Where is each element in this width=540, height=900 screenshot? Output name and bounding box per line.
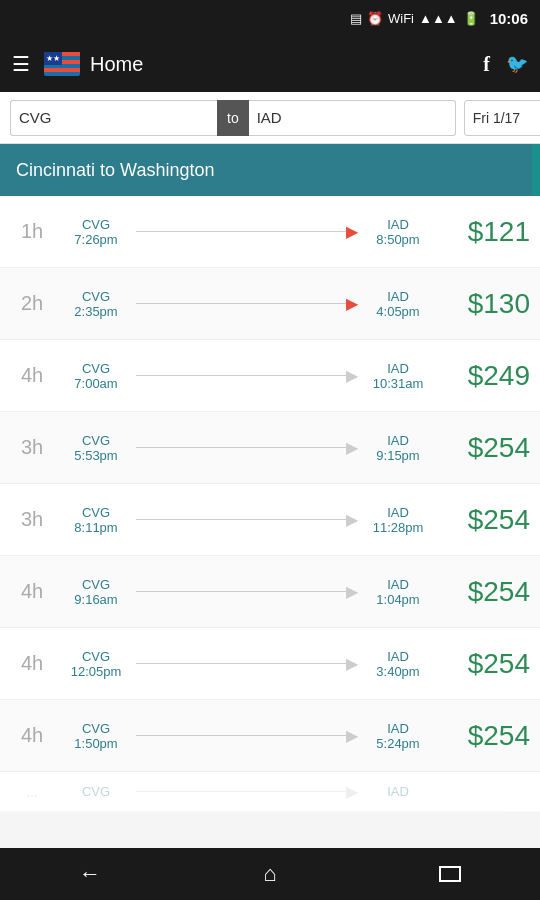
flight-duration: 1h: [10, 220, 54, 243]
flight-route: CVG 8:11pm ▶ IAD 11:28pm: [54, 505, 440, 535]
flight-dest: IAD 3:40pm: [364, 649, 432, 679]
flight-dest: IAD 11:28pm: [364, 505, 432, 535]
flight-arrow: ▶: [136, 366, 358, 385]
flight-route: CVG 9:16am ▶ IAD 1:04pm: [54, 577, 440, 607]
flight-dest: IAD 5:24pm: [364, 721, 432, 751]
flight-row[interactable]: 3h CVG 5:53pm ▶ IAD 9:15pm $254: [0, 412, 540, 484]
flight-row-partial[interactable]: ... CVG ▶ IAD: [0, 772, 540, 812]
flight-duration: 4h: [10, 580, 54, 603]
flight-arrow: ▶: [136, 582, 358, 601]
flight-duration: ...: [10, 784, 54, 800]
status-icons: ▤ ⏰ WiFi ▲▲▲ 🔋 10:06: [350, 10, 528, 27]
flight-arrow: ▶: [136, 222, 358, 241]
status-time: 10:06: [490, 10, 528, 27]
to-label: to: [217, 100, 249, 136]
flight-price: $130: [440, 288, 530, 320]
origin-input[interactable]: [10, 100, 217, 136]
flight-price: $254: [440, 576, 530, 608]
search-bar: to: [0, 92, 540, 144]
flight-dest: IAD: [364, 784, 432, 799]
social-links: f 🐦: [483, 53, 528, 76]
header-accent: [532, 144, 540, 196]
flight-row[interactable]: 1h CVG 7:26pm ▶ IAD 8:50pm $121: [0, 196, 540, 268]
flight-row[interactable]: 3h CVG 8:11pm ▶ IAD 11:28pm $254: [0, 484, 540, 556]
signal-icon: ▲▲▲: [419, 11, 458, 26]
flight-duration: 4h: [10, 652, 54, 675]
battery-icon: 🔋: [463, 11, 479, 26]
flight-origin: CVG 8:11pm: [62, 505, 130, 535]
flight-route: CVG 2:35pm ▶ IAD 4:05pm: [54, 289, 440, 319]
flight-arrow: ▶: [136, 510, 358, 529]
flight-origin: CVG 1:50pm: [62, 721, 130, 751]
flight-route: CVG 5:53pm ▶ IAD 9:15pm: [54, 433, 440, 463]
sim-icon: ▤: [350, 11, 362, 26]
flight-origin: CVG 5:53pm: [62, 433, 130, 463]
flight-arrow: ▶: [136, 438, 358, 457]
flight-origin: CVG 2:35pm: [62, 289, 130, 319]
flight-origin: CVG 9:16am: [62, 577, 130, 607]
flight-row[interactable]: 4h CVG 1:50pm ▶ IAD 5:24pm $254: [0, 700, 540, 772]
flight-row[interactable]: 4h CVG 7:00am ▶ IAD 10:31am $249: [0, 340, 540, 412]
flight-arrow: ▶: [136, 782, 358, 801]
arrow-icon: ▶: [346, 366, 358, 385]
app-logo: ★★: [44, 50, 80, 78]
flight-dest: IAD 1:04pm: [364, 577, 432, 607]
flight-route: CVG 1:50pm ▶ IAD 5:24pm: [54, 721, 440, 751]
arrow-icon: ▶: [346, 438, 358, 457]
recents-icon: [439, 866, 461, 882]
flight-row[interactable]: 2h CVG 2:35pm ▶ IAD 4:05pm $130: [0, 268, 540, 340]
flight-arrow: ▶: [136, 654, 358, 673]
arrow-icon: ▶: [346, 726, 358, 745]
flight-price: $249: [440, 360, 530, 392]
route-title: Cincinnati to Washington: [16, 160, 214, 181]
flight-list: 1h CVG 7:26pm ▶ IAD 8:50pm $121 2h CVG 2…: [0, 196, 540, 812]
flight-duration: 4h: [10, 364, 54, 387]
destination-input[interactable]: [249, 100, 456, 136]
svg-rect-4: [44, 68, 80, 72]
recents-button[interactable]: [420, 854, 480, 894]
flight-price: $254: [440, 432, 530, 464]
wifi-icon: WiFi: [388, 11, 414, 26]
arrow-icon: ▶: [346, 222, 358, 241]
flight-price: $254: [440, 504, 530, 536]
flight-duration: 2h: [10, 292, 54, 315]
flight-duration: 3h: [10, 508, 54, 531]
flight-price: $121: [440, 216, 530, 248]
flight-row[interactable]: 4h CVG 12:05pm ▶ IAD 3:40pm $254: [0, 628, 540, 700]
flight-dest: IAD 4:05pm: [364, 289, 432, 319]
back-button[interactable]: ←: [60, 854, 120, 894]
menu-icon[interactable]: ☰: [12, 52, 30, 76]
flight-duration: 4h: [10, 724, 54, 747]
facebook-icon[interactable]: f: [483, 53, 490, 76]
route-header: Cincinnati to Washington: [0, 144, 540, 196]
bottom-nav: ← ⌂: [0, 848, 540, 900]
flight-route: CVG 7:26pm ▶ IAD 8:50pm: [54, 217, 440, 247]
svg-text:★★: ★★: [46, 54, 60, 63]
flight-origin: CVG: [62, 784, 130, 799]
flight-duration: 3h: [10, 436, 54, 459]
flight-arrow: ▶: [136, 294, 358, 313]
flight-dest: IAD 9:15pm: [364, 433, 432, 463]
flight-price: $254: [440, 648, 530, 680]
flight-dest: IAD 10:31am: [364, 361, 432, 391]
arrow-icon: ▶: [346, 582, 358, 601]
arrow-icon: ▶: [346, 654, 358, 673]
arrow-icon: ▶: [346, 294, 358, 313]
home-icon: ⌂: [263, 861, 276, 887]
flight-origin: CVG 7:00am: [62, 361, 130, 391]
flight-arrow: ▶: [136, 726, 358, 745]
flight-route: CVG ▶ IAD: [54, 782, 440, 801]
flight-route: CVG 12:05pm ▶ IAD 3:40pm: [54, 649, 440, 679]
flight-row[interactable]: 4h CVG 9:16am ▶ IAD 1:04pm $254: [0, 556, 540, 628]
status-bar: ▤ ⏰ WiFi ▲▲▲ 🔋 10:06: [0, 0, 540, 36]
flight-origin: CVG 7:26pm: [62, 217, 130, 247]
flight-route: CVG 7:00am ▶ IAD 10:31am: [54, 361, 440, 391]
flight-price: $254: [440, 720, 530, 752]
flight-dest: IAD 8:50pm: [364, 217, 432, 247]
date-input[interactable]: [464, 100, 540, 136]
nav-bar: ☰ ★★ Home f 🐦: [0, 36, 540, 92]
twitter-icon[interactable]: 🐦: [506, 53, 528, 75]
back-icon: ←: [79, 861, 101, 887]
nav-title: Home: [90, 53, 473, 76]
home-button[interactable]: ⌂: [240, 854, 300, 894]
